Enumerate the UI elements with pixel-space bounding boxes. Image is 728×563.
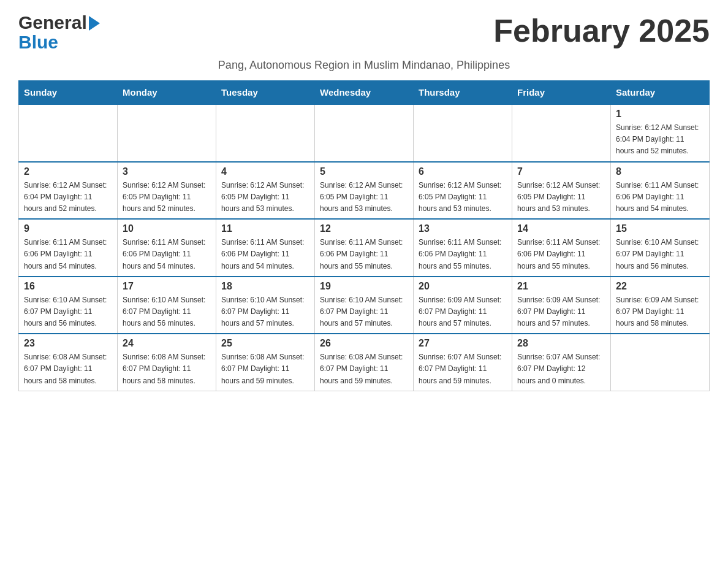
day-info: Sunrise: 6:08 AM Sunset: 6:07 PM Dayligh… (221, 351, 309, 387)
calendar-cell: 21Sunrise: 6:09 AM Sunset: 6:07 PM Dayli… (512, 277, 611, 334)
calendar-cell: 11Sunrise: 6:11 AM Sunset: 6:06 PM Dayli… (216, 219, 315, 277)
calendar-header-thursday: Thursday (414, 81, 512, 105)
day-info: Sunrise: 6:09 AM Sunset: 6:07 PM Dayligh… (517, 294, 605, 330)
calendar-cell: 6Sunrise: 6:12 AM Sunset: 6:05 PM Daylig… (414, 162, 512, 220)
week-row-5: 23Sunrise: 6:08 AM Sunset: 6:07 PM Dayli… (19, 334, 710, 391)
day-info: Sunrise: 6:12 AM Sunset: 6:05 PM Dayligh… (123, 180, 211, 215)
day-number: 8 (616, 166, 704, 177)
day-number: 16 (24, 281, 112, 292)
calendar-cell (118, 104, 216, 162)
day-info: Sunrise: 6:12 AM Sunset: 6:04 PM Dayligh… (24, 180, 112, 215)
logo-general-text: General (18, 12, 87, 33)
day-number: 9 (24, 223, 112, 234)
day-number: 3 (123, 166, 211, 177)
calendar-cell: 9Sunrise: 6:11 AM Sunset: 6:06 PM Daylig… (19, 219, 118, 277)
calendar-cell: 16Sunrise: 6:10 AM Sunset: 6:07 PM Dayli… (19, 277, 118, 334)
month-title: February 2025 (493, 12, 710, 49)
calendar-cell: 7Sunrise: 6:12 AM Sunset: 6:05 PM Daylig… (512, 162, 611, 220)
day-number: 18 (221, 281, 309, 292)
calendar-header-saturday: Saturday (611, 81, 710, 105)
day-info: Sunrise: 6:08 AM Sunset: 6:07 PM Dayligh… (123, 351, 211, 387)
calendar-cell: 8Sunrise: 6:11 AM Sunset: 6:06 PM Daylig… (611, 162, 710, 220)
week-row-2: 2Sunrise: 6:12 AM Sunset: 6:04 PM Daylig… (19, 162, 710, 220)
calendar-cell: 26Sunrise: 6:08 AM Sunset: 6:07 PM Dayli… (315, 334, 414, 391)
day-info: Sunrise: 6:11 AM Sunset: 6:06 PM Dayligh… (419, 237, 507, 272)
calendar-header-wednesday: Wednesday (315, 81, 414, 105)
day-info: Sunrise: 6:08 AM Sunset: 6:07 PM Dayligh… (24, 351, 112, 387)
calendar-cell: 24Sunrise: 6:08 AM Sunset: 6:07 PM Dayli… (118, 334, 216, 391)
calendar-cell: 13Sunrise: 6:11 AM Sunset: 6:06 PM Dayli… (414, 219, 512, 277)
calendar-cell (19, 104, 118, 162)
day-number: 11 (221, 223, 309, 234)
day-number: 13 (419, 223, 507, 234)
day-info: Sunrise: 6:10 AM Sunset: 6:07 PM Dayligh… (616, 237, 704, 272)
calendar-cell: 18Sunrise: 6:10 AM Sunset: 6:07 PM Dayli… (216, 277, 315, 334)
day-info: Sunrise: 6:11 AM Sunset: 6:06 PM Dayligh… (221, 237, 309, 272)
calendar-cell: 20Sunrise: 6:09 AM Sunset: 6:07 PM Dayli… (414, 277, 512, 334)
calendar-cell: 27Sunrise: 6:07 AM Sunset: 6:07 PM Dayli… (414, 334, 512, 391)
calendar-cell: 3Sunrise: 6:12 AM Sunset: 6:05 PM Daylig… (118, 162, 216, 220)
day-info: Sunrise: 6:12 AM Sunset: 6:05 PM Dayligh… (517, 180, 605, 215)
day-number: 4 (221, 166, 309, 177)
calendar-cell: 19Sunrise: 6:10 AM Sunset: 6:07 PM Dayli… (315, 277, 414, 334)
calendar-header-row: SundayMondayTuesdayWednesdayThursdayFrid… (19, 81, 710, 105)
calendar-cell: 22Sunrise: 6:09 AM Sunset: 6:07 PM Dayli… (611, 277, 710, 334)
day-number: 25 (221, 338, 309, 349)
calendar-cell: 5Sunrise: 6:12 AM Sunset: 6:05 PM Daylig… (315, 162, 414, 220)
week-row-3: 9Sunrise: 6:11 AM Sunset: 6:06 PM Daylig… (19, 219, 710, 277)
day-info: Sunrise: 6:09 AM Sunset: 6:07 PM Dayligh… (419, 294, 507, 330)
day-info: Sunrise: 6:12 AM Sunset: 6:05 PM Dayligh… (320, 180, 408, 215)
day-number: 6 (419, 166, 507, 177)
day-number: 5 (320, 166, 408, 177)
day-number: 15 (616, 223, 704, 234)
calendar-cell (611, 334, 710, 391)
calendar-cell (315, 104, 414, 162)
day-number: 10 (123, 223, 211, 234)
calendar-cell: 2Sunrise: 6:12 AM Sunset: 6:04 PM Daylig… (19, 162, 118, 220)
page-header: General Blue February 2025 (18, 12, 710, 53)
day-number: 1 (616, 109, 704, 120)
day-info: Sunrise: 6:07 AM Sunset: 6:07 PM Dayligh… (517, 351, 605, 387)
day-info: Sunrise: 6:11 AM Sunset: 6:06 PM Dayligh… (24, 237, 112, 272)
calendar-cell: 14Sunrise: 6:11 AM Sunset: 6:06 PM Dayli… (512, 219, 611, 277)
calendar-cell (216, 104, 315, 162)
day-info: Sunrise: 6:11 AM Sunset: 6:06 PM Dayligh… (616, 180, 704, 215)
calendar-cell: 17Sunrise: 6:10 AM Sunset: 6:07 PM Dayli… (118, 277, 216, 334)
calendar-header-sunday: Sunday (19, 81, 118, 105)
day-number: 20 (419, 281, 507, 292)
day-number: 22 (616, 281, 704, 292)
day-info: Sunrise: 6:10 AM Sunset: 6:07 PM Dayligh… (24, 294, 112, 330)
day-number: 17 (123, 281, 211, 292)
calendar-cell (512, 104, 611, 162)
logo-arrow-icon (89, 16, 100, 31)
day-info: Sunrise: 6:12 AM Sunset: 6:05 PM Dayligh… (419, 180, 507, 215)
day-info: Sunrise: 6:11 AM Sunset: 6:06 PM Dayligh… (517, 237, 605, 272)
day-number: 14 (517, 223, 605, 234)
calendar-table: SundayMondayTuesdayWednesdayThursdayFrid… (18, 80, 710, 391)
day-number: 26 (320, 338, 408, 349)
day-number: 23 (24, 338, 112, 349)
calendar-cell: 28Sunrise: 6:07 AM Sunset: 6:07 PM Dayli… (512, 334, 611, 391)
calendar-header-tuesday: Tuesday (216, 81, 315, 105)
day-info: Sunrise: 6:10 AM Sunset: 6:07 PM Dayligh… (320, 294, 408, 330)
day-info: Sunrise: 6:12 AM Sunset: 6:04 PM Dayligh… (616, 122, 704, 158)
day-number: 27 (419, 338, 507, 349)
week-row-4: 16Sunrise: 6:10 AM Sunset: 6:07 PM Dayli… (19, 277, 710, 334)
calendar-cell (414, 104, 512, 162)
calendar-cell: 10Sunrise: 6:11 AM Sunset: 6:06 PM Dayli… (118, 219, 216, 277)
calendar-cell: 15Sunrise: 6:10 AM Sunset: 6:07 PM Dayli… (611, 219, 710, 277)
calendar-cell: 23Sunrise: 6:08 AM Sunset: 6:07 PM Dayli… (19, 334, 118, 391)
calendar-cell: 12Sunrise: 6:11 AM Sunset: 6:06 PM Dayli… (315, 219, 414, 277)
day-number: 19 (320, 281, 408, 292)
day-number: 2 (24, 166, 112, 177)
day-info: Sunrise: 6:08 AM Sunset: 6:07 PM Dayligh… (320, 351, 408, 387)
logo-blue-text: Blue (18, 32, 58, 53)
calendar-cell: 25Sunrise: 6:08 AM Sunset: 6:07 PM Dayli… (216, 334, 315, 391)
day-number: 24 (123, 338, 211, 349)
logo: General Blue (18, 12, 100, 53)
day-number: 28 (517, 338, 605, 349)
day-info: Sunrise: 6:10 AM Sunset: 6:07 PM Dayligh… (221, 294, 309, 330)
day-info: Sunrise: 6:07 AM Sunset: 6:07 PM Dayligh… (419, 351, 507, 387)
day-info: Sunrise: 6:09 AM Sunset: 6:07 PM Dayligh… (616, 294, 704, 330)
subtitle: Pang, Autonomous Region in Muslim Mindan… (18, 59, 710, 72)
